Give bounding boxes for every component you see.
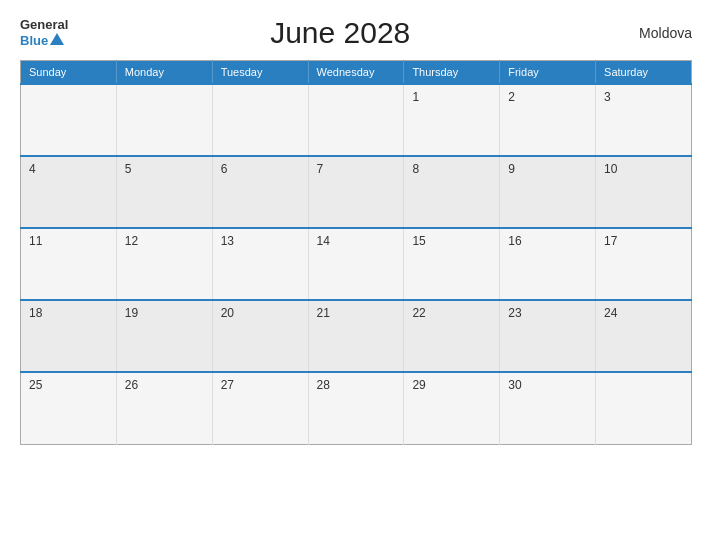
day-cell: 26: [116, 372, 212, 444]
day-cell: 9: [500, 156, 596, 228]
day-cell: 4: [21, 156, 117, 228]
day-cell: 3: [596, 84, 692, 156]
day-cell: 28: [308, 372, 404, 444]
day-cell: 7: [308, 156, 404, 228]
col-tuesday: Tuesday: [212, 61, 308, 85]
day-cell: 19: [116, 300, 212, 372]
week-row-1: 1 2 3: [21, 84, 692, 156]
day-cell: 29: [404, 372, 500, 444]
day-cell: 6: [212, 156, 308, 228]
logo-triangle-icon: [50, 33, 64, 45]
day-cell: 22: [404, 300, 500, 372]
header: General Blue June 2028 Moldova: [20, 16, 692, 50]
day-cell: [116, 84, 212, 156]
col-friday: Friday: [500, 61, 596, 85]
day-cell: 11: [21, 228, 117, 300]
day-cell: 5: [116, 156, 212, 228]
day-cell: [212, 84, 308, 156]
page: General Blue June 2028 Moldova Sunday Mo…: [0, 0, 712, 550]
logo-blue-text: Blue: [20, 33, 64, 48]
weekday-header-row: Sunday Monday Tuesday Wednesday Thursday…: [21, 61, 692, 85]
logo-general-text: General: [20, 18, 68, 32]
day-cell: 2: [500, 84, 596, 156]
col-sunday: Sunday: [21, 61, 117, 85]
day-cell: 14: [308, 228, 404, 300]
day-cell: 13: [212, 228, 308, 300]
day-cell: 30: [500, 372, 596, 444]
day-cell: 10: [596, 156, 692, 228]
col-wednesday: Wednesday: [308, 61, 404, 85]
col-saturday: Saturday: [596, 61, 692, 85]
week-row-4: 18 19 20 21 22 23 24: [21, 300, 692, 372]
day-cell: 23: [500, 300, 596, 372]
calendar-title: June 2028: [68, 16, 612, 50]
day-cell: 18: [21, 300, 117, 372]
col-monday: Monday: [116, 61, 212, 85]
week-row-3: 11 12 13 14 15 16 17: [21, 228, 692, 300]
day-cell: 8: [404, 156, 500, 228]
day-cell: 25: [21, 372, 117, 444]
day-cell: [596, 372, 692, 444]
day-cell: 21: [308, 300, 404, 372]
day-cell: 12: [116, 228, 212, 300]
day-cell: 16: [500, 228, 596, 300]
country-label: Moldova: [612, 25, 692, 41]
day-cell: 20: [212, 300, 308, 372]
day-cell: [308, 84, 404, 156]
day-cell: 24: [596, 300, 692, 372]
week-row-2: 4 5 6 7 8 9 10: [21, 156, 692, 228]
day-cell: 27: [212, 372, 308, 444]
week-row-5: 25 26 27 28 29 30: [21, 372, 692, 444]
logo: General Blue: [20, 18, 68, 47]
col-thursday: Thursday: [404, 61, 500, 85]
day-cell: [21, 84, 117, 156]
day-cell: 1: [404, 84, 500, 156]
day-cell: 15: [404, 228, 500, 300]
calendar-body: 1 2 3 4 5 6 7 8 9 10 11 12 13 14 15 16 1…: [21, 84, 692, 444]
calendar-header: Sunday Monday Tuesday Wednesday Thursday…: [21, 61, 692, 85]
calendar-table: Sunday Monday Tuesday Wednesday Thursday…: [20, 60, 692, 445]
day-cell: 17: [596, 228, 692, 300]
